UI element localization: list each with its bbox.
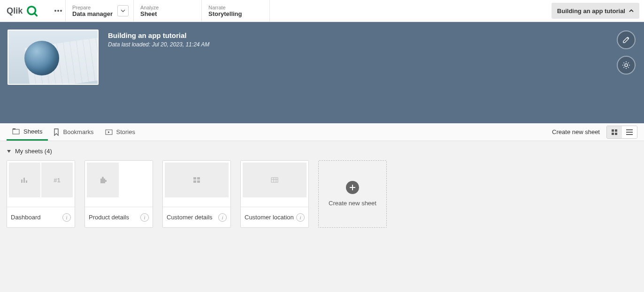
svg-rect-19 [26, 180, 27, 183]
nav-analyze[interactable]: Analyze Sheet [134, 0, 202, 22]
card-footer: Customer details i [163, 207, 230, 227]
section-title: My sheets (4) [15, 148, 52, 155]
svg-rect-10 [612, 129, 614, 132]
top-bar: Qlik Prepare Data manager Analyze Sheet … [0, 0, 644, 22]
svg-rect-8 [13, 128, 15, 129]
svg-rect-20 [193, 177, 196, 180]
puzzle-icon [99, 176, 107, 184]
grid-view-button[interactable] [607, 126, 622, 138]
nav-narrate[interactable]: Narrate Storytelling [202, 0, 270, 22]
tab-stories[interactable]: Stories [100, 123, 141, 141]
svg-line-2 [35, 14, 37, 16]
sheets-icon [12, 128, 20, 135]
svg-rect-16 [626, 134, 633, 135]
grid-icon [611, 129, 618, 135]
card-footer: Dashboard i [7, 207, 75, 227]
svg-point-4 [57, 10, 59, 12]
svg-rect-24 [271, 178, 278, 182]
edit-button[interactable] [617, 30, 636, 49]
svg-rect-21 [197, 177, 200, 180]
app-thumbnail[interactable] [8, 30, 99, 85]
card-preview [163, 161, 230, 207]
svg-rect-17 [21, 180, 23, 183]
prepare-dropdown-button[interactable] [117, 5, 129, 16]
app-overview-toggle[interactable]: Building an app tutorial [552, 3, 639, 19]
sheet-title: Customer details [167, 214, 213, 221]
create-new-sheet-link[interactable]: Create new sheet [552, 128, 600, 135]
sheet-title: Product details [89, 214, 129, 221]
hero-text: Building an app tutorial Data last loade… [108, 30, 209, 116]
svg-rect-11 [615, 129, 617, 132]
gear-icon [622, 61, 630, 69]
app-hero: Building an app tutorial Data last loade… [0, 22, 644, 123]
tab-label: Stories [116, 128, 135, 135]
plus-icon [346, 181, 359, 194]
content-tabs: Sheets Bookmarks Stories Create new shee… [0, 123, 644, 141]
sheet-cards: #1 Dashboard i Product details i [7, 160, 637, 228]
more-menu-button[interactable] [51, 0, 66, 22]
tab-label: Sheets [23, 128, 42, 135]
sheet-card-dashboard[interactable]: #1 Dashboard i [7, 160, 75, 228]
sheet-card-customer-details[interactable]: Customer details i [162, 160, 231, 228]
spacer [270, 0, 552, 22]
triangle-down-icon [7, 150, 11, 153]
card-footer: Customer location i [241, 207, 308, 227]
svg-rect-23 [197, 180, 200, 183]
info-icon[interactable]: i [62, 213, 71, 222]
qlik-logo-icon: Qlik [7, 4, 46, 17]
card-preview [241, 161, 308, 207]
pencil-icon [622, 36, 630, 44]
create-new-sheet-card[interactable]: Create new sheet [318, 160, 387, 228]
nav-category: Narrate [208, 5, 263, 10]
tab-bookmarks[interactable]: Bookmarks [48, 123, 99, 141]
pivot-icon [193, 177, 200, 183]
svg-rect-18 [23, 178, 25, 183]
list-icon [626, 129, 633, 135]
svg-rect-12 [612, 133, 614, 135]
tab-label: Bookmarks [63, 128, 93, 135]
sheet-card-customer-location[interactable]: Customer location i [240, 160, 309, 228]
bar-chart-icon [21, 177, 29, 183]
app-title: Building an app tutorial [108, 31, 209, 39]
sheet-card-product-details[interactable]: Product details i [84, 160, 153, 228]
data-last-loaded: Data last loaded: Jul 20, 2023, 11:24 AM [108, 41, 209, 48]
stories-icon [105, 129, 113, 135]
svg-point-6 [625, 64, 628, 67]
view-toggle [606, 126, 637, 139]
info-icon[interactable]: i [296, 213, 305, 222]
tab-sheets[interactable]: Sheets [7, 123, 48, 141]
card-preview: #1 [7, 161, 75, 207]
svg-point-3 [54, 10, 56, 12]
nav-category: Analyze [140, 5, 195, 10]
svg-rect-22 [193, 180, 196, 183]
nav-value: Sheet [140, 10, 195, 17]
sheet-title: Customer location [245, 214, 294, 221]
svg-rect-7 [13, 129, 19, 134]
sheet-title: Dashboard [11, 214, 41, 221]
chevron-up-icon [629, 9, 634, 12]
nav-prepare[interactable]: Prepare Data manager [66, 0, 134, 22]
rank-badge: #1 [41, 163, 73, 197]
settings-button[interactable] [617, 56, 636, 75]
my-sheets-header[interactable]: My sheets (4) [7, 148, 637, 155]
hero-actions [617, 30, 636, 75]
svg-rect-14 [626, 129, 633, 130]
svg-rect-13 [615, 133, 617, 135]
info-icon[interactable]: i [140, 213, 149, 222]
info-icon[interactable]: i [218, 213, 227, 222]
svg-text:Qlik: Qlik [7, 6, 23, 15]
chevron-down-icon [121, 9, 125, 12]
list-view-button[interactable] [622, 126, 637, 138]
sheets-section: My sheets (4) #1 Dashboard i [0, 141, 644, 234]
thumbnail-art [25, 37, 99, 85]
brand-logo[interactable]: Qlik [0, 0, 51, 22]
card-footer: Product details i [85, 207, 153, 227]
card-preview [85, 161, 153, 207]
svg-rect-15 [626, 132, 633, 133]
app-toggle-label: Building an app tutorial [557, 7, 625, 15]
nav-value: Storytelling [208, 10, 263, 17]
table-icon [271, 177, 278, 183]
svg-point-5 [60, 10, 62, 12]
ellipsis-icon [54, 10, 62, 12]
bookmark-icon [54, 128, 59, 136]
